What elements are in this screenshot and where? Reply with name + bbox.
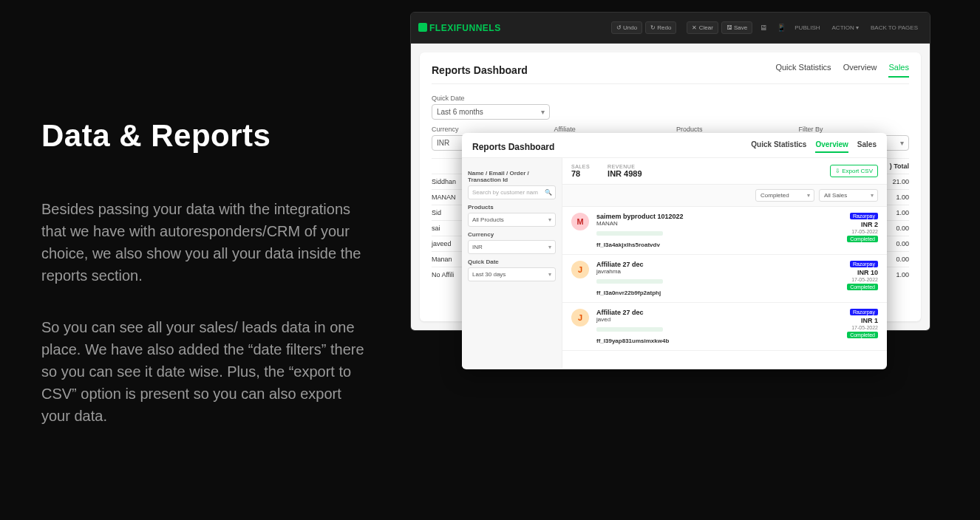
avatar: J <box>571 309 589 326</box>
item-date: 17-05-2022 <box>826 277 878 282</box>
search-input[interactable]: Search by customer nam <box>468 185 556 199</box>
item-transaction-id: ff_I3a0nvr22b9fp2atphj <box>596 290 826 296</box>
brand-logo-icon <box>418 23 427 32</box>
item-customer: javrahma <box>596 268 826 275</box>
tab-quick-statistics[interactable]: Quick Statistics <box>775 63 831 78</box>
brand-logo: FLEXIFUNNELS <box>418 23 501 33</box>
item-title: Affiliate 27 dec <box>596 261 826 268</box>
stat-revenue-label: REVENUE <box>608 164 642 169</box>
sidebar-currency-label: Currency <box>468 231 556 238</box>
item-date: 17-05-2022 <box>826 325 878 330</box>
filterby-label: Filter By <box>799 126 910 133</box>
item-amount: INR 10 <box>826 269 878 276</box>
list-item[interactable]: JAffiliate 27 decjavedff_I39yap831umsimx… <box>562 303 887 351</box>
sales-filter-select[interactable]: All Sales <box>819 189 878 202</box>
gateway-badge: Razorpay <box>850 261 878 267</box>
item-title: saimem byproduct 1012022 <box>596 213 826 220</box>
sidebar-quickdate-select[interactable]: Last 30 days <box>468 267 556 281</box>
marketing-heading: Data & Reports <box>41 118 367 154</box>
stat-sales-label: SALES <box>571 164 590 169</box>
status-filter-select[interactable]: Completed <box>755 189 814 202</box>
overlay-tab-sales[interactable]: Sales <box>857 140 877 153</box>
item-title: Affiliate 27 dec <box>596 309 826 316</box>
affiliate-label: Affiliate <box>554 126 665 133</box>
list-item[interactable]: Msaimem byproduct 1012022MANANff_I3a4akj… <box>562 207 887 255</box>
marketing-para-1: Besides passing your data with the integ… <box>41 198 367 287</box>
overlay-title: Reports Dashboard <box>472 142 554 152</box>
sidebar-quickdate-label: Quick Date <box>468 259 556 265</box>
status-badge: Completed <box>847 236 878 242</box>
item-transaction-id: ff_I39yap831umsimxkw4b <box>596 338 826 344</box>
status-badge: Completed <box>847 284 878 290</box>
item-transaction-id: ff_I3a4akjxIhs5roatvdv <box>596 242 826 248</box>
dashboard-header: Reports Dashboard Quick Statistics Overv… <box>432 63 909 84</box>
gateway-badge: Razorpay <box>850 309 878 315</box>
search-label: Name / Email / Order / Transaction Id <box>468 170 556 183</box>
item-email-blurred <box>596 279 663 284</box>
item-date: 17-05-2022 <box>826 229 878 234</box>
quick-date-label: Quick Date <box>432 95 550 102</box>
save-button[interactable]: 🖫 Save <box>721 21 752 34</box>
item-amount: INR 2 <box>826 221 878 228</box>
marketing-copy: Data & Reports Besides passing your data… <box>41 118 367 456</box>
tab-sales[interactable]: Sales <box>888 63 909 78</box>
item-email-blurred <box>596 231 663 236</box>
clear-button[interactable]: ✕ Clear <box>687 21 718 34</box>
currency-label: Currency <box>432 126 542 133</box>
overlay-tab-overview[interactable]: Overview <box>815 140 848 153</box>
list-item[interactable]: JAffiliate 27 decjavrahmaff_I3a0nvr22b9f… <box>562 255 887 303</box>
stat-revenue-value: INR 4989 <box>608 169 642 178</box>
back-to-pages-link[interactable]: BACK TO PAGES <box>866 22 922 33</box>
sidebar-products-select[interactable]: All Products <box>468 213 556 227</box>
page-title: Reports Dashboard <box>432 64 528 76</box>
sales-list: Msaimem byproduct 1012022MANANff_I3a4akj… <box>562 207 887 368</box>
redo-button[interactable]: ↻ Redo <box>645 21 676 34</box>
stat-revenue: REVENUE INR 4989 <box>608 164 642 178</box>
filter-sidebar: Name / Email / Order / Transaction Id Se… <box>462 158 562 368</box>
item-customer: MANAN <box>596 220 826 227</box>
marketing-para-2: So you can see all your sales/ leads dat… <box>41 316 367 427</box>
quick-date-select[interactable]: Last 6 months <box>432 104 550 120</box>
desktop-view-icon[interactable]: 🖥 <box>757 23 770 33</box>
status-badge: Completed <box>847 332 878 338</box>
reports-overlay: Reports Dashboard Quick Statistics Overv… <box>462 133 887 369</box>
sidebar-products-label: Products <box>468 204 556 211</box>
action-menu[interactable]: ACTION ▾ <box>828 22 863 33</box>
undo-button[interactable]: ↺ Undo <box>611 21 642 34</box>
sidebar-currency-select[interactable]: INR <box>468 240 556 254</box>
publish-button[interactable]: PUBLISH <box>790 22 824 33</box>
products-label: Products <box>676 126 787 133</box>
avatar: J <box>571 261 589 278</box>
stat-sales-value: 78 <box>571 169 590 178</box>
gateway-badge: Razorpay <box>850 213 878 219</box>
editor-toolbar: FLEXIFUNNELS ↺ Undo ↻ Redo ✕ Clear 🖫 Sav… <box>411 13 930 44</box>
tab-overview[interactable]: Overview <box>843 63 877 78</box>
item-email-blurred <box>596 327 663 332</box>
overlay-tab-quick-statistics[interactable]: Quick Statistics <box>751 140 806 153</box>
stat-sales: SALES 78 <box>571 164 590 178</box>
export-csv-button[interactable]: ⇩ Export CSV <box>830 165 878 177</box>
item-customer: javed <box>596 316 826 323</box>
mobile-view-icon[interactable]: 📱 <box>775 23 788 33</box>
item-amount: INR 1 <box>826 317 878 324</box>
avatar: M <box>571 213 589 230</box>
